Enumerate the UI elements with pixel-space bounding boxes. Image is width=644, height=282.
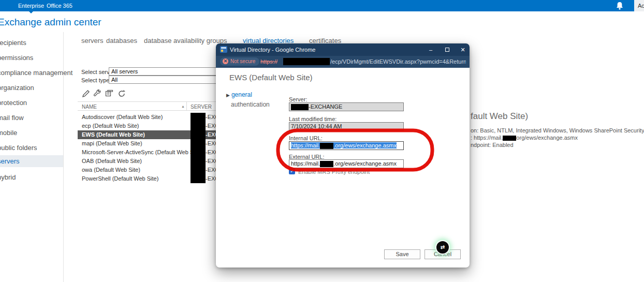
sidebar-item-mobile[interactable]: mobile	[0, 127, 63, 139]
external-url-field[interactable]: https://mail..org/ews/exchange.asmx	[289, 159, 404, 168]
mrs-proxy-checkbox[interactable]: ✓	[289, 168, 295, 174]
sidebar-item-public-folders[interactable]: public folders	[0, 142, 63, 154]
sort-ascending-icon: ▲	[181, 105, 185, 108]
top-navigation-bar: Enterprise Office 365	[0, 0, 644, 11]
internal-url-field[interactable]: https://mail..org/ews/exchange.asmx	[289, 141, 404, 150]
account-menu[interactable]: Acc	[634, 0, 644, 11]
last-modified-field: 7/10/2024 10:44 AM	[289, 122, 404, 131]
redaction-box	[291, 104, 309, 110]
maximize-button[interactable]	[440, 43, 455, 56]
warning-icon: ✕	[223, 58, 228, 64]
redaction-box	[191, 139, 206, 148]
sidebar-item-permissions[interactable]: permissions	[0, 52, 63, 64]
dialog-heading: EWS (Default Web Site)	[229, 73, 313, 82]
chrome-favicon-icon	[220, 46, 227, 53]
select-type-label: Select type:	[81, 77, 111, 83]
exchange-admin-center-page: Enterprise Office 365 Acc Exchange admin…	[0, 0, 644, 282]
select-type-dropdown[interactable]: All	[109, 76, 217, 84]
details-authentication-line: on: Basic, NTLM, Integrated Windows, Win…	[471, 127, 644, 133]
nav-authentication[interactable]: authentication	[231, 101, 270, 108]
cursor-click-indicator-icon: ⇄	[436, 241, 449, 254]
sidebar-item-organization[interactable]: organization	[0, 82, 63, 94]
details-url-line: : https://mail.org/ews/exchange.asmx	[471, 135, 578, 141]
redaction-box	[191, 122, 206, 130]
nav-general[interactable]: ▶general	[226, 91, 252, 98]
redaction-box	[191, 166, 206, 174]
details-pane-heading: fault Web Site)	[471, 111, 528, 122]
sidebar-item-servers[interactable]: servers	[0, 155, 63, 167]
tab-office-365[interactable]: Office 365	[47, 0, 72, 11]
close-button[interactable]: ✕	[455, 43, 471, 56]
properties-window-icon[interactable]	[105, 90, 113, 98]
tab-databases[interactable]: databases	[106, 37, 137, 44]
save-button[interactable]: Save	[384, 249, 420, 259]
minimize-button[interactable]: –	[423, 43, 438, 56]
sidebar-item-compliance-management[interactable]: compliance management	[0, 67, 63, 79]
url-path: /ecp/VDirMgmt/EditEWSVDir.aspx?pwmcid=4&…	[330, 58, 466, 65]
internal-url-label: Internal URL:	[289, 135, 323, 141]
redaction-box	[320, 143, 333, 149]
sidebar-item-hybrid[interactable]: hybrid	[0, 171, 63, 183]
server-label: Server:	[289, 96, 307, 102]
redaction-box	[503, 136, 516, 141]
redaction-box	[191, 148, 206, 157]
redaction-box	[283, 58, 330, 65]
url-scheme: https://	[260, 58, 277, 65]
edit-pencil-icon[interactable]	[82, 90, 90, 98]
redaction-box	[320, 161, 333, 167]
nav-arrow-icon: ▶	[226, 93, 230, 98]
sidebar-item-protection[interactable]: protection	[0, 97, 63, 109]
redaction-box	[191, 130, 206, 139]
tab-servers[interactable]: servers	[81, 37, 104, 44]
server-field: -EXCHANGE	[289, 102, 404, 111]
column-server[interactable]: SERVER	[191, 104, 212, 110]
details-endpoint-line: ndpoint: Enabled	[471, 142, 514, 148]
tab-database-availability-groups[interactable]: database availability groups	[144, 37, 227, 44]
last-modified-label: Last modified time:	[289, 116, 336, 122]
page-title: Exchange admin center	[0, 17, 101, 28]
enterprise-tab-caret	[29, 11, 33, 16]
redaction-box	[191, 174, 206, 183]
column-divider	[186, 102, 187, 111]
not-secure-badge[interactable]: ✕Not secure	[220, 57, 259, 66]
mrs-proxy-label: Enable MRS Proxy endpoint	[298, 169, 370, 175]
refresh-icon[interactable]	[118, 90, 126, 98]
notification-bell-icon[interactable]	[615, 2, 624, 10]
column-name[interactable]: NAME	[82, 104, 97, 110]
sidebar-item-mail-flow[interactable]: mail flow	[0, 112, 63, 124]
tab-enterprise[interactable]: Enterprise	[18, 0, 44, 11]
sidebar-item-recipients[interactable]: recipients	[0, 37, 63, 49]
popup-window-title: Virtual Directory - Google Chrome	[230, 47, 315, 53]
redaction-box	[191, 157, 206, 166]
redaction-box	[191, 113, 206, 122]
popup-url-bar[interactable]: ✕Not secure https:// /ecp/VDirMgmt/EditE…	[216, 56, 470, 68]
select-server-dropdown[interactable]: All servers	[109, 67, 217, 76]
wrench-icon[interactable]	[93, 90, 101, 98]
popup-title-bar[interactable]: Virtual Directory - Google Chrome – ✕	[216, 43, 470, 56]
virtual-directory-popup-window: Virtual Directory - Google Chrome – ✕ ✕N…	[216, 43, 470, 268]
